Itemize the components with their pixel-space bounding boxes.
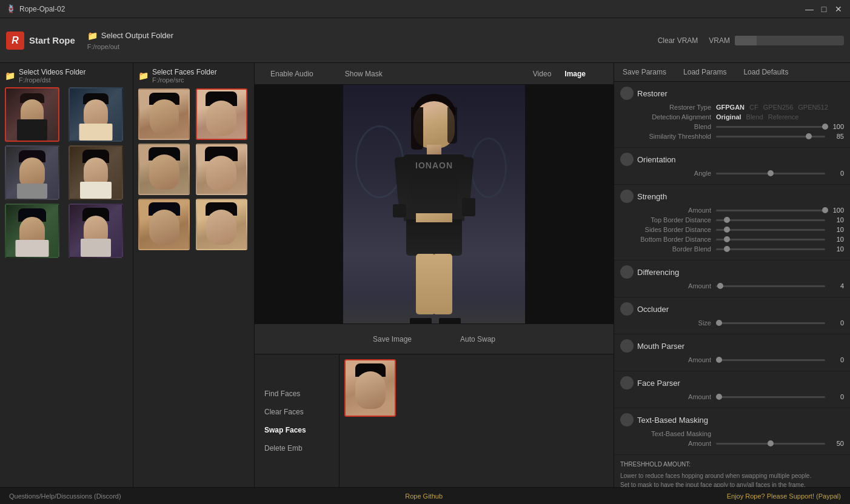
video-thumb-5[interactable]	[5, 204, 59, 258]
face-thumb-5[interactable]	[138, 199, 190, 250]
titlebar-controls: — □ ✕	[804, 4, 844, 15]
mouth-amount-thumb[interactable]	[716, 357, 722, 363]
clear-faces-button[interactable]: Clear Faces	[261, 405, 333, 419]
face-thumb-4[interactable]	[196, 144, 247, 195]
rope-logo: R	[6, 31, 24, 50]
video-mode-button[interactable]: Video	[529, 68, 555, 79]
titlebar-title-area: 🪢 Rope-Opal-02	[6, 4, 65, 13]
differencing-amount-thumb[interactable]	[717, 283, 723, 289]
main-image: IONAON	[343, 85, 525, 323]
save-params-tab[interactable]: Save Params	[620, 67, 669, 78]
top-border-thumb[interactable]	[724, 217, 730, 223]
faces-folder-path: F:/rope/src	[152, 76, 217, 84]
sides-border-track	[716, 229, 825, 231]
restorer-gpen512[interactable]: GPEN512	[798, 104, 828, 111]
load-params-tab[interactable]: Load Params	[681, 67, 729, 78]
save-image-button[interactable]: Save Image	[367, 333, 418, 346]
border-blend-value: 10	[829, 245, 844, 253]
vram-label: VRAM	[709, 36, 730, 45]
body-5	[16, 240, 49, 257]
face-parser-amount-label: Amount	[637, 393, 716, 400]
close-button[interactable]: ✕	[833, 4, 844, 15]
video-thumb-2[interactable]	[69, 87, 123, 142]
occluder-size-row: Size 0	[620, 319, 844, 327]
faces-folder-label[interactable]: Select Faces Folder	[152, 68, 217, 76]
face-parser-toggle[interactable]	[620, 376, 634, 390]
video-thumb-3[interactable]	[5, 145, 59, 200]
occluder-size-thumb[interactable]	[716, 320, 722, 326]
bottom-border-container: 10	[716, 236, 844, 243]
mouth-amount-track	[716, 359, 825, 361]
similarity-track	[716, 136, 825, 138]
face-thumb-3[interactable]	[138, 144, 190, 195]
face6-oval	[206, 210, 236, 245]
text-masking-toggle[interactable]	[620, 413, 634, 426]
occluder-toggle[interactable]	[620, 302, 634, 316]
image-mode-button[interactable]: Image	[561, 68, 589, 79]
border-blend-thumb[interactable]	[724, 246, 730, 252]
orientation-header-row: Orientation	[620, 153, 844, 166]
video-thumb-1[interactable]	[5, 87, 59, 142]
github-link[interactable]: Rope Github	[405, 492, 443, 500]
maximize-button[interactable]: □	[818, 4, 829, 15]
occluder-size-value: 0	[829, 319, 844, 327]
mouth-parser-toggle[interactable]	[620, 339, 634, 353]
delete-emb-button[interactable]: Delete Emb	[261, 442, 333, 455]
videos-folder-label[interactable]: Select Videos Folder	[19, 68, 86, 76]
bottom-border-thumb[interactable]	[724, 236, 730, 242]
videos-folder-info: Select Videos Folder F:/rope/dst	[19, 68, 86, 84]
alignment-reference[interactable]: Reference	[768, 113, 799, 121]
clear-vram-button[interactable]: Clear VRAM	[652, 34, 704, 47]
face-parser-amount-value: 0	[829, 393, 844, 400]
strength-header-row: Strength	[620, 190, 844, 203]
load-defaults-tab[interactable]: Load Defaults	[741, 67, 791, 78]
minimize-button[interactable]: —	[804, 4, 815, 15]
face-parser-amount-thumb[interactable]	[716, 394, 722, 400]
sides-border-thumb[interactable]	[724, 227, 730, 233]
output-folder-row: 📁 Select Output Folder	[87, 31, 173, 41]
restorer-header-row: Restorer	[620, 87, 844, 100]
video-thumb-4[interactable]	[69, 145, 123, 200]
differencing-toggle[interactable]	[620, 265, 634, 279]
strength-title: Strength	[637, 192, 667, 201]
output-folder-label[interactable]: Select Output Folder	[101, 31, 173, 40]
orientation-toggle[interactable]	[620, 153, 634, 166]
restorer-gpen256[interactable]: GPEN256	[763, 104, 794, 111]
swap-faces-button[interactable]: Swap Faces	[261, 423, 333, 437]
discord-link[interactable]: Questions/Help/Discussions (Discord)	[9, 492, 121, 500]
strength-toggle[interactable]	[620, 190, 634, 203]
auto-swap-button[interactable]: Auto Swap	[454, 333, 501, 346]
app-icon: 🪢	[6, 4, 16, 13]
show-mask-button[interactable]: Show Mask	[341, 68, 386, 79]
face-parser-amount-row: Amount 0	[620, 393, 844, 400]
face-thumb-1[interactable]	[138, 88, 190, 140]
det-face-oval	[355, 371, 386, 409]
support-link[interactable]: Enjoy Rope? Please Support! (Paypal)	[727, 492, 841, 500]
restorer-section: Restorer Restorer Type GFPGAN CF GPEN256…	[614, 82, 850, 148]
restorer-toggle[interactable]	[620, 87, 634, 100]
faces-folder-info: Select Faces Folder F:/rope/src	[152, 68, 217, 84]
text-masking-amount-thumb[interactable]	[768, 440, 774, 446]
bottom-border-value: 10	[829, 236, 844, 243]
restorer-cf[interactable]: CF	[749, 104, 758, 111]
angle-thumb[interactable]	[768, 170, 774, 176]
detected-face-1[interactable]	[344, 359, 396, 417]
face-thumb-2[interactable]	[196, 88, 247, 140]
video-thumb-6[interactable]	[69, 204, 123, 258]
text-masking-title: Text-Based Masking	[637, 416, 708, 425]
alignment-blend[interactable]: Blend	[746, 113, 763, 121]
blend-thumb[interactable]	[822, 124, 828, 130]
restorer-gfpgan[interactable]: GFPGAN	[716, 104, 745, 111]
alignment-original[interactable]: Original	[716, 113, 741, 121]
bg-circle-2	[470, 138, 507, 198]
similarity-thumb[interactable]	[806, 133, 812, 139]
strength-amount-thumb[interactable]	[822, 207, 828, 213]
blend-value: 100	[829, 123, 844, 130]
face-thumb-6[interactable]	[196, 199, 247, 250]
enable-audio-button[interactable]: Enable Audio	[267, 68, 317, 79]
border-blend-row: Border Blend 10	[620, 245, 844, 253]
find-faces-button[interactable]: Find Faces	[261, 387, 333, 400]
differencing-title: Differencing	[637, 268, 679, 277]
orientation-section: Orientation Angle 0	[614, 148, 850, 185]
start-rope-button[interactable]: R Start Rope	[6, 31, 75, 50]
